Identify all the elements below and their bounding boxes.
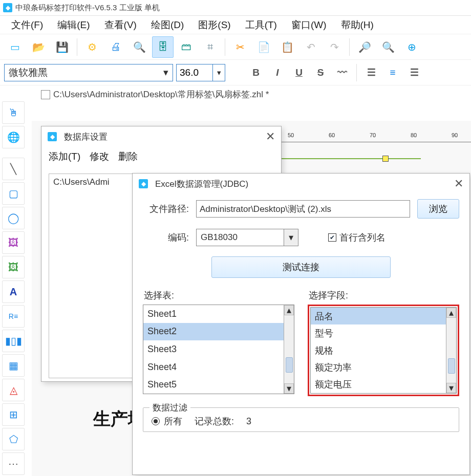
- text-tool[interactable]: A: [2, 280, 25, 303]
- main-toolbar: ▭ 📂 💾 ⚙ 🖨 🔍 🗄 🗃 ⌗ ✂ 📄 📋 ↶ ↷ 🔎 🔍 ⊕: [0, 34, 471, 59]
- selection-handle[interactable]: [382, 156, 389, 162]
- table-tool[interactable]: ⊞: [2, 403, 25, 426]
- image-tool[interactable]: 🖼: [2, 231, 25, 254]
- pan-tool[interactable]: 🌐: [2, 126, 25, 148]
- db-delete-menu[interactable]: 删除: [118, 150, 138, 163]
- dialog-icon: ◆: [139, 179, 148, 188]
- settings-button[interactable]: ⚙: [81, 36, 103, 58]
- close-icon[interactable]: ✕: [454, 177, 463, 190]
- database2-button[interactable]: 🗃: [176, 36, 197, 58]
- line-tool[interactable]: ╲: [2, 158, 25, 180]
- zoom-fit-button[interactable]: ⊕: [401, 36, 422, 58]
- database-button[interactable]: 🗄: [152, 36, 174, 58]
- qrcode-tool[interactable]: ▦: [2, 354, 25, 377]
- scrollbar[interactable]: ▴ ▾: [446, 308, 456, 393]
- left-toolbar: 🖱 🌐 ╲ ▢ ◯ 🖼 🖼 A R≡ ▮▯▮ ▦ ◬ ⊞ ⬠ ⋯: [2, 101, 28, 475]
- document-bar: C:\Users\Administrator\Desktop\常用标签\风扇标签…: [0, 85, 471, 103]
- wave-button[interactable]: 〰: [333, 63, 351, 82]
- file-path-value: Administrator\Desktop\测试 (2).xls: [200, 203, 331, 215]
- db-add-menu[interactable]: 添加(T): [49, 150, 80, 163]
- menu-window[interactable]: 窗口(W): [284, 16, 334, 34]
- strike-button[interactable]: S: [311, 63, 330, 82]
- print-button[interactable]: 🖨: [105, 36, 126, 58]
- ellipse-tool[interactable]: ◯: [2, 207, 25, 229]
- record-count-value: 3: [246, 416, 251, 427]
- highlight-frame: 品名型号规格额定功率额定电压 ▴ ▾: [308, 305, 459, 396]
- undo-button[interactable]: ↶: [300, 36, 322, 58]
- encoding-value: GB18030: [197, 229, 284, 246]
- close-icon[interactable]: ✕: [266, 130, 275, 143]
- bold-button[interactable]: B: [247, 63, 265, 82]
- italic-button[interactable]: I: [268, 63, 287, 82]
- scroll-down-icon[interactable]: ▾: [284, 383, 294, 394]
- redo-button[interactable]: ↷: [324, 36, 345, 58]
- app-icon: ◆: [3, 3, 12, 12]
- new-doc-button[interactable]: ▭: [4, 36, 26, 58]
- cut-button[interactable]: ✂: [229, 36, 251, 58]
- scroll-down-icon[interactable]: ▾: [446, 383, 456, 393]
- grid-button[interactable]: ⌗: [199, 36, 221, 58]
- table-row[interactable]: Sheet3: [143, 340, 294, 358]
- filter-legend: 数据过滤: [149, 402, 190, 414]
- scroll-up-icon[interactable]: ▴: [284, 305, 294, 315]
- field-row[interactable]: 额定电压: [311, 376, 456, 393]
- first-row-header-checkbox[interactable]: ✔ 首行含列名: [328, 231, 386, 244]
- menu-help[interactable]: 帮助(H): [334, 16, 381, 34]
- data-filter-group: 数据过滤 所有 记录总数: 3: [143, 407, 459, 432]
- copy-button[interactable]: 📄: [253, 36, 274, 58]
- preview-button[interactable]: 🔍: [129, 36, 150, 58]
- menu-file[interactable]: 文件(F): [4, 16, 50, 34]
- more-tool[interactable]: ⋯: [2, 452, 25, 475]
- underline-button[interactable]: U: [290, 63, 308, 82]
- save-doc-button[interactable]: 💾: [51, 36, 73, 58]
- polygon-tool[interactable]: ⬠: [2, 428, 25, 450]
- menu-view[interactable]: 查看(V): [97, 16, 144, 34]
- scrollbar[interactable]: ▴ ▾: [284, 305, 294, 394]
- field-row[interactable]: 型号: [311, 324, 456, 341]
- encoding-select[interactable]: GB18030 ▾: [196, 229, 298, 246]
- fields-listbox[interactable]: 品名型号规格额定功率额定电压 ▴ ▾: [310, 307, 457, 394]
- barcode-tool[interactable]: ▮▯▮: [2, 330, 25, 352]
- chevron-down-icon[interactable]: ▾: [212, 64, 225, 81]
- pointer-tool[interactable]: 🖱: [2, 101, 25, 124]
- font-size-input[interactable]: [177, 64, 212, 81]
- align-right-button[interactable]: ☰: [405, 63, 423, 82]
- table-row[interactable]: Sheet1: [143, 305, 294, 323]
- shape-tool[interactable]: ◬: [2, 379, 25, 401]
- paste-button[interactable]: 📋: [276, 36, 298, 58]
- table-row[interactable]: Sheet2: [143, 323, 294, 341]
- filter-all-radio[interactable]: 所有: [152, 415, 182, 427]
- format-toolbar: 微软雅黑 ▾ ▾ B I U S 〰 ☰ ≡ ☰: [0, 59, 471, 85]
- file-path-input[interactable]: Administrator\Desktop\测试 (2).xls: [196, 200, 410, 218]
- db-edit-menu[interactable]: 修改: [90, 150, 109, 163]
- field-row[interactable]: 额定功率: [311, 359, 456, 376]
- table-row[interactable]: Sheet4: [143, 358, 294, 376]
- menu-edit[interactable]: 编辑(E): [50, 16, 97, 34]
- scroll-thumb[interactable]: [448, 358, 455, 374]
- tables-listbox[interactable]: Sheet1Sheet2Sheet3Sheet4Sheet5 ▴ ▾: [143, 305, 294, 394]
- scroll-thumb[interactable]: [286, 357, 293, 373]
- dialog-menu: 添加(T) 修改 删除: [41, 147, 281, 166]
- font-size-field[interactable]: ▾: [176, 64, 225, 81]
- zoom-in-button[interactable]: 🔎: [354, 36, 375, 58]
- menu-draw[interactable]: 绘图(D): [144, 16, 191, 34]
- picture-tool[interactable]: 🖼: [2, 256, 25, 278]
- field-row[interactable]: 品名: [311, 308, 456, 324]
- browse-button[interactable]: 浏览: [417, 199, 459, 219]
- table-row[interactable]: Sheet5: [143, 376, 294, 394]
- roundrect-tool[interactable]: ▢: [2, 182, 25, 205]
- chevron-down-icon: ▾: [163, 67, 168, 78]
- test-connection-button[interactable]: 测试连接: [211, 256, 391, 278]
- menu-shape[interactable]: 图形(S): [191, 16, 238, 34]
- field-row[interactable]: 规格: [311, 342, 456, 359]
- richtext-tool[interactable]: R≡: [2, 305, 25, 328]
- open-doc-button[interactable]: 📂: [28, 36, 49, 58]
- chevron-down-icon: ▾: [284, 229, 298, 246]
- align-left-button[interactable]: ☰: [362, 63, 380, 82]
- align-center-button[interactable]: ≡: [383, 63, 402, 82]
- font-family-select[interactable]: 微软雅黑 ▾: [4, 64, 173, 81]
- zoom-out-button[interactable]: 🔍: [377, 36, 399, 58]
- selection-edge: [267, 158, 421, 159]
- menu-tools[interactable]: 工具(T): [238, 16, 284, 34]
- scroll-up-icon[interactable]: ▴: [446, 308, 456, 318]
